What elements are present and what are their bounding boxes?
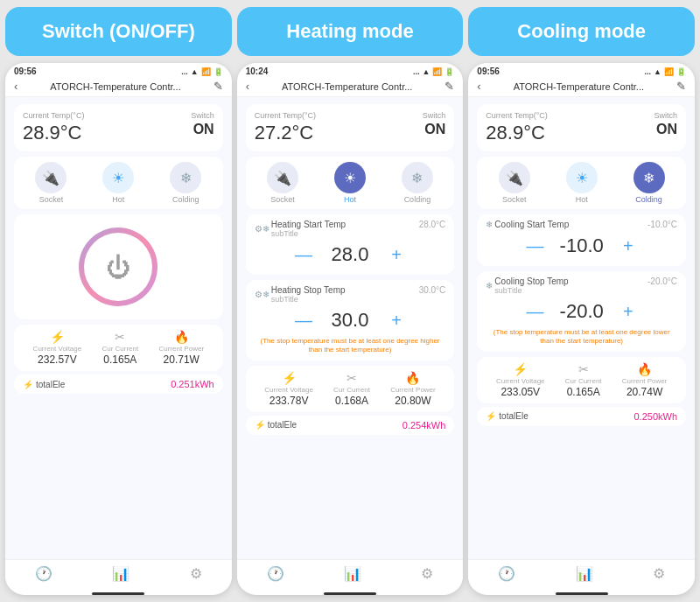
- hot-mode-1[interactable]: ☀ Hot: [102, 162, 134, 204]
- power-value-3: 20.74W: [626, 386, 662, 398]
- phone3-content: Current Temp(°C) 28.9°C Switch ON 🔌 Sock…: [468, 97, 695, 559]
- nav-title-3: ATORCH-Temperature Contr...: [485, 81, 673, 92]
- cool-stop-value: -20.0: [560, 300, 604, 323]
- power-stat-icon-2: 🔥: [405, 371, 420, 385]
- socket-icon-1: 🔌: [35, 162, 66, 193]
- back-icon-2[interactable]: ‹: [246, 80, 249, 93]
- heat-start-plus[interactable]: +: [386, 246, 407, 263]
- home-bar-2: [324, 592, 376, 595]
- edit-icon-2[interactable]: ✎: [444, 80, 454, 93]
- chart-icon-3: 📊: [576, 565, 593, 582]
- phone1-content: Current Temp(°C) 28.9°C Switch ON 🔌 Sock…: [5, 97, 232, 559]
- voltage-value-2: 233.78V: [270, 395, 309, 407]
- hot-mode-3[interactable]: ☀ Hot: [566, 162, 598, 204]
- current-stat-2: ✂ Cur Current 0.168A: [333, 371, 370, 407]
- heat-start-minus[interactable]: —: [293, 246, 314, 263]
- bnav-settings-3[interactable]: ⚙: [653, 565, 665, 582]
- cold-label-3: Colding: [635, 195, 662, 204]
- bottom-nav-2: 🕐 📊 ⚙: [237, 559, 464, 589]
- current-icon-3: ✂: [578, 362, 589, 376]
- phone-switch: 09:56 ... ▲ 📶 🔋 ‹ ATORCH-Temperature Con…: [5, 63, 232, 595]
- hot-label-3: Hot: [576, 195, 588, 204]
- heat-start-val-label: 28.0°C: [419, 220, 446, 229]
- cold-label-1: Colding: [172, 195, 200, 204]
- total-ele-2: ⚡ totalEle 0.254kWh: [246, 416, 455, 435]
- switch-mode-btn[interactable]: Switch (ON/OFF): [5, 7, 232, 56]
- switch-value-3: ON: [654, 122, 678, 137]
- cool-start-plus[interactable]: +: [618, 237, 639, 255]
- heating-mode-btn[interactable]: Heating mode: [237, 7, 464, 56]
- hot-mode-2[interactable]: ☀ Hot: [334, 162, 366, 204]
- bnav-settings-2[interactable]: ⚙: [421, 565, 433, 582]
- cold-icon-3: ❄: [634, 162, 665, 193]
- temp-value-2: 27.2°C: [255, 122, 316, 144]
- cool-start-value: -10.0: [560, 234, 604, 257]
- bnav-clock-1[interactable]: 🕐: [35, 565, 52, 582]
- heat-stop-plus[interactable]: +: [386, 312, 407, 329]
- header-row: Switch (ON/OFF) Heating mode Cooling mod…: [0, 0, 700, 63]
- cold-mode-1[interactable]: ❄ Colding: [170, 162, 201, 204]
- current-icon-1: ✂: [115, 330, 125, 344]
- voltage-label-2: Current Voltage: [264, 386, 313, 394]
- stats-section-3: ⚡ Current Voltage 233.05V ✂ Cur Current …: [477, 357, 686, 403]
- clock-icon-3: 🕐: [498, 565, 515, 582]
- power-ring[interactable]: ⏻: [79, 228, 158, 306]
- socket-mode-2[interactable]: 🔌 Socket: [267, 162, 298, 204]
- current-value-1: 0.165A: [103, 354, 136, 366]
- socket-mode-3[interactable]: 🔌 Socket: [499, 162, 530, 204]
- switch-value-2: ON: [423, 122, 446, 137]
- cold-icon-2: ❄: [402, 162, 433, 193]
- back-icon-3[interactable]: ‹: [477, 80, 480, 93]
- total-value-2: 0.254kWh: [402, 420, 446, 430]
- switch-label-2: Switch: [423, 111, 446, 120]
- clock-icon-2: 🕐: [267, 565, 284, 582]
- back-icon-1[interactable]: ‹: [14, 80, 18, 93]
- total-value-3: 0.250kWh: [634, 411, 677, 422]
- edit-icon-3[interactable]: ✎: [676, 80, 686, 93]
- socket-mode-1[interactable]: 🔌 Socket: [35, 162, 66, 204]
- power-value-1: 20.71W: [164, 354, 200, 366]
- heat-stop-value: 30.0: [328, 309, 372, 332]
- bnav-chart-1[interactable]: 📊: [112, 565, 130, 582]
- power-stat-3: 🔥 Current Power 20.74W: [622, 362, 668, 398]
- current-value-2: 0.168A: [335, 395, 368, 407]
- voltage-value-3: 233.05V: [500, 386, 540, 398]
- total-label-2: ⚡ totalEle: [255, 420, 297, 430]
- cold-mode-2[interactable]: ❄ Colding: [402, 162, 433, 204]
- cool-stop-plus[interactable]: +: [618, 303, 639, 320]
- cool-stop-subtitle: subTitle: [494, 286, 568, 295]
- bottom-nav-1: 🕐 📊 ⚙: [5, 559, 232, 589]
- current-stat-3: ✂ Cur Current 0.165A: [565, 362, 602, 398]
- bnav-chart-2[interactable]: 📊: [344, 565, 361, 582]
- bnav-chart-3[interactable]: 📊: [576, 565, 593, 582]
- switch-label-3: Switch: [654, 111, 678, 120]
- bnav-clock-3[interactable]: 🕐: [498, 565, 515, 582]
- bnav-clock-2[interactable]: 🕐: [267, 565, 284, 582]
- heat-stop-minus[interactable]: —: [293, 312, 314, 329]
- current-icon-2: ✂: [346, 371, 357, 385]
- home-bar-1: [92, 592, 144, 595]
- chart-icon-2: 📊: [344, 565, 361, 582]
- cool-warning: (The stop temperature must be at least o…: [486, 328, 677, 346]
- edit-icon-1[interactable]: ✎: [214, 80, 223, 93]
- power-section[interactable]: ⏻: [14, 214, 223, 319]
- temp-label-1: Current Temp(°C): [23, 111, 84, 120]
- voltage-stat-2: ⚡ Current Voltage 233.78V: [264, 371, 313, 407]
- cooling-mode-btn[interactable]: Cooling mode: [468, 7, 695, 56]
- nav-title-1: ATORCH-Temperature Contr...: [21, 81, 209, 92]
- current-stat-1: ✂ Cur Current 0.165A: [102, 330, 138, 366]
- cool-stop-gear-icon: ❄: [486, 281, 493, 290]
- cool-stop-minus[interactable]: —: [525, 303, 546, 320]
- power-stat-icon-3: 🔥: [637, 362, 652, 376]
- hot-label-2: Hot: [344, 195, 356, 204]
- power-stat-2: 🔥 Current Power 20.80W: [390, 371, 436, 407]
- cool-start-minus[interactable]: —: [525, 237, 546, 255]
- time-1: 09:56: [14, 66, 37, 76]
- cold-mode-3[interactable]: ❄ Colding: [634, 162, 665, 204]
- lightning-icon-1: ⚡: [23, 380, 33, 389]
- bnav-settings-1[interactable]: ⚙: [190, 565, 202, 582]
- status-icons-1: ... ▲ 📶 🔋: [181, 67, 222, 76]
- voltage-stat-3: ⚡ Current Voltage 233.05V: [496, 362, 545, 398]
- voltage-value-1: 232.57V: [38, 354, 77, 366]
- power-stat-icon-1: 🔥: [174, 330, 189, 344]
